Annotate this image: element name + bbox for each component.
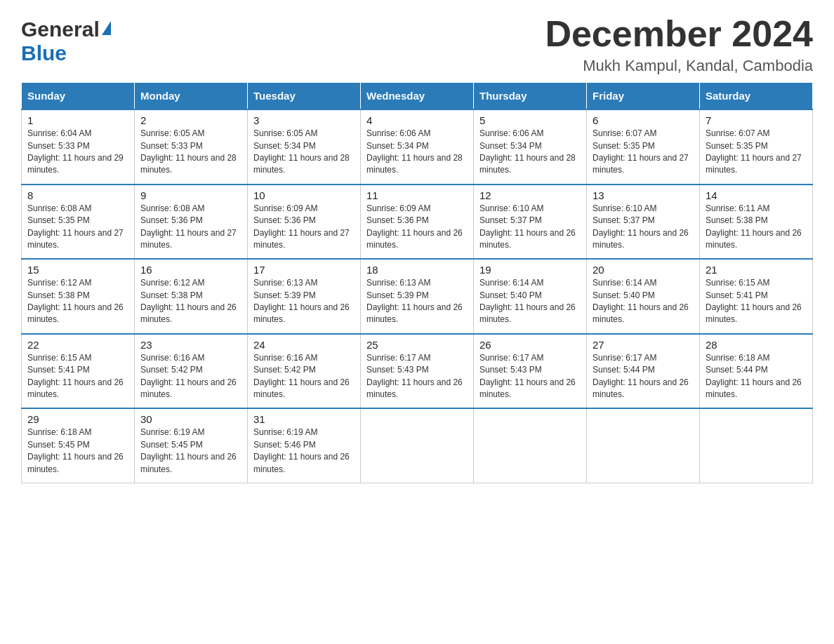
day-number: 25 bbox=[366, 339, 468, 351]
day-number: 29 bbox=[27, 413, 128, 425]
day-number: 16 bbox=[140, 264, 241, 276]
day-info: Sunrise: 6:04 AMSunset: 5:33 PMDaylight:… bbox=[27, 128, 124, 175]
day-info: Sunrise: 6:05 AMSunset: 5:34 PMDaylight:… bbox=[253, 128, 350, 175]
day-number: 13 bbox=[593, 189, 694, 201]
day-number: 15 bbox=[27, 264, 128, 276]
day-info: Sunrise: 6:06 AMSunset: 5:34 PMDaylight:… bbox=[479, 128, 576, 175]
calendar-cell: 19Sunrise: 6:14 AMSunset: 5:40 PMDayligh… bbox=[474, 259, 587, 334]
calendar-cell: 28Sunrise: 6:18 AMSunset: 5:44 PMDayligh… bbox=[700, 334, 813, 409]
day-info: Sunrise: 6:17 AMSunset: 5:44 PMDaylight:… bbox=[593, 353, 689, 399]
day-info: Sunrise: 6:15 AMSunset: 5:41 PMDaylight:… bbox=[706, 278, 802, 324]
day-info: Sunrise: 6:16 AMSunset: 5:42 PMDaylight:… bbox=[253, 353, 350, 399]
calendar-cell: 15Sunrise: 6:12 AMSunset: 5:38 PMDayligh… bbox=[22, 259, 135, 334]
day-info: Sunrise: 6:17 AMSunset: 5:43 PMDaylight:… bbox=[366, 353, 463, 399]
day-number: 27 bbox=[593, 339, 694, 351]
day-info: Sunrise: 6:10 AMSunset: 5:37 PMDaylight:… bbox=[479, 203, 576, 250]
day-number: 18 bbox=[366, 264, 468, 276]
calendar-cell: 14Sunrise: 6:11 AMSunset: 5:38 PMDayligh… bbox=[700, 185, 813, 260]
day-info: Sunrise: 6:09 AMSunset: 5:36 PMDaylight:… bbox=[366, 203, 463, 250]
day-number: 28 bbox=[706, 339, 807, 351]
weekday-header-monday: Monday bbox=[135, 83, 248, 110]
calendar-cell: 11Sunrise: 6:09 AMSunset: 5:36 PMDayligh… bbox=[361, 185, 474, 260]
weekday-header-friday: Friday bbox=[587, 83, 700, 110]
calendar-cell: 31Sunrise: 6:19 AMSunset: 5:46 PMDayligh… bbox=[248, 408, 361, 483]
calendar-cell: 13Sunrise: 6:10 AMSunset: 5:37 PMDayligh… bbox=[587, 185, 700, 260]
weekday-header-thursday: Thursday bbox=[474, 83, 587, 110]
calendar-cell bbox=[474, 408, 587, 483]
calendar-cell: 7Sunrise: 6:07 AMSunset: 5:35 PMDaylight… bbox=[700, 109, 813, 185]
day-number: 26 bbox=[479, 339, 581, 351]
day-number: 4 bbox=[366, 114, 468, 126]
calendar-cell: 21Sunrise: 6:15 AMSunset: 5:41 PMDayligh… bbox=[700, 259, 813, 334]
day-number: 8 bbox=[27, 189, 128, 201]
day-number: 17 bbox=[253, 264, 355, 276]
day-number: 24 bbox=[253, 339, 355, 351]
day-info: Sunrise: 6:18 AMSunset: 5:44 PMDaylight:… bbox=[706, 353, 802, 399]
calendar-cell: 10Sunrise: 6:09 AMSunset: 5:36 PMDayligh… bbox=[248, 185, 361, 260]
calendar-cell: 30Sunrise: 6:19 AMSunset: 5:45 PMDayligh… bbox=[135, 408, 248, 483]
calendar-cell: 23Sunrise: 6:16 AMSunset: 5:42 PMDayligh… bbox=[135, 334, 248, 409]
day-info: Sunrise: 6:08 AMSunset: 5:36 PMDaylight:… bbox=[140, 203, 237, 250]
month-year-title: December 2024 bbox=[545, 14, 813, 54]
day-info: Sunrise: 6:07 AMSunset: 5:35 PMDaylight:… bbox=[706, 128, 802, 175]
day-number: 31 bbox=[253, 413, 355, 425]
calendar-cell: 29Sunrise: 6:18 AMSunset: 5:45 PMDayligh… bbox=[22, 408, 135, 483]
day-number: 20 bbox=[593, 264, 694, 276]
week-row-1: 1Sunrise: 6:04 AMSunset: 5:33 PMDaylight… bbox=[22, 109, 813, 185]
day-number: 9 bbox=[140, 189, 241, 201]
calendar-cell: 22Sunrise: 6:15 AMSunset: 5:41 PMDayligh… bbox=[22, 334, 135, 409]
day-info: Sunrise: 6:19 AMSunset: 5:45 PMDaylight:… bbox=[140, 427, 237, 474]
weekday-header-sunday: Sunday bbox=[22, 83, 135, 110]
day-number: 19 bbox=[479, 264, 581, 276]
location-subtitle: Mukh Kampul, Kandal, Cambodia bbox=[545, 57, 813, 75]
day-number: 2 bbox=[140, 114, 241, 126]
week-row-5: 29Sunrise: 6:18 AMSunset: 5:45 PMDayligh… bbox=[22, 408, 813, 483]
calendar-table: SundayMondayTuesdayWednesdayThursdayFrid… bbox=[21, 82, 813, 483]
calendar-cell: 4Sunrise: 6:06 AMSunset: 5:34 PMDaylight… bbox=[361, 109, 474, 185]
logo: General Blue bbox=[21, 14, 111, 68]
day-number: 30 bbox=[140, 413, 241, 425]
day-info: Sunrise: 6:07 AMSunset: 5:35 PMDaylight:… bbox=[593, 128, 689, 175]
day-number: 22 bbox=[27, 339, 128, 351]
calendar-cell: 25Sunrise: 6:17 AMSunset: 5:43 PMDayligh… bbox=[361, 334, 474, 409]
calendar-cell: 17Sunrise: 6:13 AMSunset: 5:39 PMDayligh… bbox=[248, 259, 361, 334]
logo-triangle-icon bbox=[102, 21, 111, 35]
day-info: Sunrise: 6:10 AMSunset: 5:37 PMDaylight:… bbox=[593, 203, 689, 250]
day-number: 21 bbox=[706, 264, 807, 276]
day-info: Sunrise: 6:11 AMSunset: 5:38 PMDaylight:… bbox=[706, 203, 802, 250]
weekday-header-row: SundayMondayTuesdayWednesdayThursdayFrid… bbox=[22, 83, 813, 110]
calendar-cell: 5Sunrise: 6:06 AMSunset: 5:34 PMDaylight… bbox=[474, 109, 587, 185]
calendar-cell: 20Sunrise: 6:14 AMSunset: 5:40 PMDayligh… bbox=[587, 259, 700, 334]
calendar-cell: 24Sunrise: 6:16 AMSunset: 5:42 PMDayligh… bbox=[248, 334, 361, 409]
day-number: 12 bbox=[479, 189, 581, 201]
day-number: 3 bbox=[253, 114, 355, 126]
day-info: Sunrise: 6:19 AMSunset: 5:46 PMDaylight:… bbox=[253, 427, 350, 474]
week-row-3: 15Sunrise: 6:12 AMSunset: 5:38 PMDayligh… bbox=[22, 259, 813, 334]
day-number: 5 bbox=[479, 114, 581, 126]
weekday-header-wednesday: Wednesday bbox=[361, 83, 474, 110]
week-row-4: 22Sunrise: 6:15 AMSunset: 5:41 PMDayligh… bbox=[22, 334, 813, 409]
calendar-cell: 18Sunrise: 6:13 AMSunset: 5:39 PMDayligh… bbox=[361, 259, 474, 334]
day-info: Sunrise: 6:06 AMSunset: 5:34 PMDaylight:… bbox=[366, 128, 463, 175]
calendar-cell: 27Sunrise: 6:17 AMSunset: 5:44 PMDayligh… bbox=[587, 334, 700, 409]
calendar-cell: 9Sunrise: 6:08 AMSunset: 5:36 PMDaylight… bbox=[135, 185, 248, 260]
calendar-cell: 8Sunrise: 6:08 AMSunset: 5:35 PMDaylight… bbox=[22, 185, 135, 260]
day-number: 14 bbox=[706, 189, 807, 201]
logo-blue-text: Blue bbox=[21, 41, 67, 65]
page-header: General Blue December 2024 Mukh Kampul, … bbox=[21, 14, 813, 75]
day-number: 23 bbox=[140, 339, 241, 351]
day-info: Sunrise: 6:09 AMSunset: 5:36 PMDaylight:… bbox=[253, 203, 350, 250]
calendar-cell: 1Sunrise: 6:04 AMSunset: 5:33 PMDaylight… bbox=[22, 109, 135, 185]
calendar-cell bbox=[587, 408, 700, 483]
day-info: Sunrise: 6:13 AMSunset: 5:39 PMDaylight:… bbox=[253, 278, 350, 324]
day-info: Sunrise: 6:18 AMSunset: 5:45 PMDaylight:… bbox=[27, 427, 124, 474]
day-info: Sunrise: 6:12 AMSunset: 5:38 PMDaylight:… bbox=[27, 278, 124, 324]
calendar-cell bbox=[361, 408, 474, 483]
day-info: Sunrise: 6:14 AMSunset: 5:40 PMDaylight:… bbox=[479, 278, 576, 324]
calendar-cell: 16Sunrise: 6:12 AMSunset: 5:38 PMDayligh… bbox=[135, 259, 248, 334]
day-number: 11 bbox=[366, 189, 468, 201]
day-info: Sunrise: 6:14 AMSunset: 5:40 PMDaylight:… bbox=[593, 278, 689, 324]
day-number: 1 bbox=[27, 114, 128, 126]
calendar-cell: 12Sunrise: 6:10 AMSunset: 5:37 PMDayligh… bbox=[474, 185, 587, 260]
calendar-cell bbox=[700, 408, 813, 483]
